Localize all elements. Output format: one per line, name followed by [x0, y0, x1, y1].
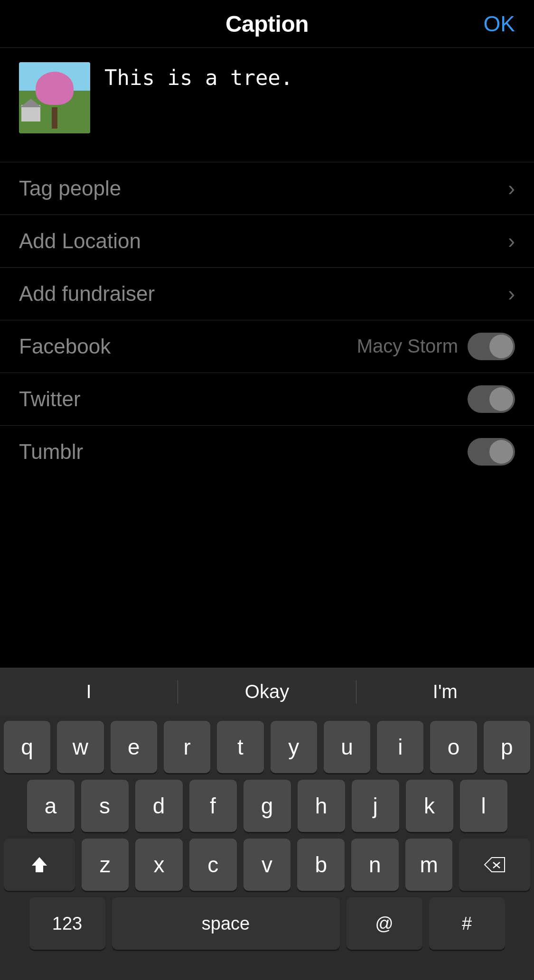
- tumblr-row: Tumblr: [0, 426, 534, 478]
- twitter-row: Twitter: [0, 373, 534, 425]
- key-e[interactable]: e: [111, 721, 157, 773]
- autocomplete-bar: I Okay I'm: [0, 668, 534, 715]
- tag-people-row[interactable]: Tag people ›: [0, 162, 534, 215]
- home-indicator-area: [0, 956, 534, 980]
- key-n[interactable]: n: [351, 839, 399, 891]
- key-p[interactable]: p: [484, 721, 530, 773]
- autocomplete-center[interactable]: Okay: [178, 668, 356, 715]
- house: [21, 105, 40, 121]
- key-row-1: q w e r t y u i o p: [4, 721, 530, 773]
- autocomplete-left[interactable]: I: [0, 668, 178, 715]
- tag-people-chevron: ›: [508, 177, 515, 200]
- post-thumbnail: [19, 62, 90, 133]
- shift-key[interactable]: [4, 839, 75, 891]
- key-row-4: 123 space @ #: [4, 897, 530, 950]
- add-location-row[interactable]: Add Location ›: [0, 215, 534, 267]
- facebook-toggle[interactable]: [468, 333, 515, 360]
- key-f[interactable]: f: [189, 780, 237, 832]
- facebook-label: Facebook: [19, 335, 111, 358]
- key-y[interactable]: y: [271, 721, 317, 773]
- key-u[interactable]: u: [324, 721, 370, 773]
- tumblr-label: Tumblr: [19, 440, 83, 464]
- key-w[interactable]: w: [57, 721, 103, 773]
- caption-input[interactable]: This is a tree.: [104, 64, 515, 146]
- page-title: Caption: [225, 11, 309, 37]
- tag-people-label: Tag people: [19, 177, 121, 200]
- key-m[interactable]: m: [405, 839, 453, 891]
- key-row-3: z x c v b n m: [4, 839, 530, 891]
- caption-section: This is a tree.: [0, 48, 534, 162]
- svg-marker-0: [32, 857, 47, 872]
- twitter-label: Twitter: [19, 387, 81, 411]
- tumblr-toggle-knob: [489, 440, 513, 464]
- key-o[interactable]: o: [430, 721, 477, 773]
- facebook-right: Macy Storm: [357, 333, 515, 360]
- key-q[interactable]: q: [4, 721, 50, 773]
- num-key[interactable]: 123: [29, 897, 105, 950]
- shift-icon: [30, 855, 49, 874]
- twitter-toggle-knob: [489, 387, 513, 411]
- facebook-account: Macy Storm: [357, 336, 458, 357]
- hash-key[interactable]: #: [429, 897, 505, 950]
- twitter-toggle[interactable]: [468, 385, 515, 413]
- autocomplete-right[interactable]: I'm: [356, 668, 534, 715]
- tree-trunk: [52, 107, 57, 129]
- key-j[interactable]: j: [352, 780, 399, 832]
- key-s[interactable]: s: [81, 780, 129, 832]
- key-k[interactable]: k: [406, 780, 453, 832]
- keyboard: I Okay I'm q w e r t y u i o p a s d: [0, 668, 534, 980]
- add-location-chevron: ›: [508, 229, 515, 253]
- caption-input-wrapper[interactable]: This is a tree.: [104, 62, 515, 148]
- key-c[interactable]: c: [189, 839, 237, 891]
- key-a[interactable]: a: [27, 780, 75, 832]
- header: Caption OK: [0, 0, 534, 47]
- add-fundraiser-row[interactable]: Add fundraiser ›: [0, 268, 534, 320]
- key-row-2: a s d f g h j k l: [4, 780, 530, 832]
- key-g[interactable]: g: [244, 780, 291, 832]
- house-roof: [20, 99, 42, 107]
- key-t[interactable]: t: [217, 721, 263, 773]
- key-i[interactable]: i: [377, 721, 423, 773]
- key-l[interactable]: l: [460, 780, 507, 832]
- key-d[interactable]: d: [135, 780, 183, 832]
- at-key[interactable]: @: [347, 897, 422, 950]
- key-b[interactable]: b: [297, 839, 345, 891]
- backspace-icon: [484, 857, 506, 873]
- facebook-toggle-knob: [489, 335, 513, 358]
- key-x[interactable]: x: [135, 839, 183, 891]
- key-v[interactable]: v: [244, 839, 291, 891]
- facebook-row: Facebook Macy Storm: [0, 320, 534, 373]
- key-z[interactable]: z: [82, 839, 129, 891]
- key-r[interactable]: r: [164, 721, 210, 773]
- add-fundraiser-chevron: ›: [508, 282, 515, 306]
- key-rows: q w e r t y u i o p a s d f g h j k l: [0, 715, 534, 950]
- key-h[interactable]: h: [298, 780, 345, 832]
- ok-button[interactable]: OK: [484, 11, 515, 37]
- backspace-key[interactable]: [459, 839, 530, 891]
- add-location-label: Add Location: [19, 229, 141, 253]
- add-fundraiser-label: Add fundraiser: [19, 282, 155, 306]
- space-key[interactable]: space: [112, 897, 340, 950]
- tumblr-toggle[interactable]: [468, 438, 515, 466]
